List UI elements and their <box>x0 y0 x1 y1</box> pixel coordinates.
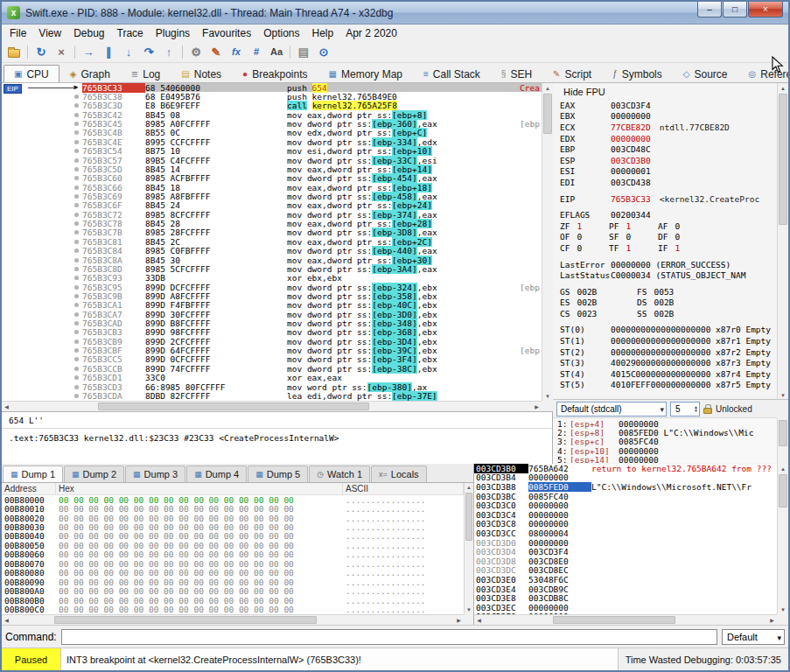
tab-memory-map[interactable]: ▦Memory Map <box>318 65 413 82</box>
stack-row[interactable]: 003CD3D4003CD3F4 <box>474 547 777 556</box>
stack-row[interactable]: 003CD3CC08000004 <box>474 528 777 538</box>
dump-row[interactable]: 00B8002000 00 00 00 00 00 00 00 00 00 00… <box>2 514 464 522</box>
stack-row[interactable]: 003CD3EC00000000 <box>474 603 777 612</box>
register-row[interactable]: EAX003CD3F4 <box>560 100 788 111</box>
menu-item-plugins[interactable]: Plugins <box>150 25 196 41</box>
breakpoint-gutter[interactable] <box>70 337 82 346</box>
arg-count-spinner[interactable]: 5 ▲▼ <box>670 402 700 416</box>
breakpoint-gutter[interactable] <box>70 164 82 173</box>
stack-row[interactable]: 003CD3C000000000 <box>474 500 777 510</box>
register-row[interactable]: ESI00000001 <box>560 166 788 178</box>
disasm-row[interactable]: 765B3C728985 8CFCFFFFmov dword ptr ss:[e… <box>2 210 542 219</box>
lock-icon[interactable] <box>703 408 712 414</box>
scrollbar-thumb[interactable] <box>779 94 787 225</box>
memory-book-icon[interactable]: ▤ <box>294 44 313 61</box>
disasm-row[interactable]: 765B3C788B45 28mov eax,dword ptr ss:[ebp… <box>2 219 542 228</box>
dump-row[interactable]: 00B8001000 00 00 00 00 00 00 00 00 00 00… <box>2 504 464 513</box>
breakpoint-gutter[interactable] <box>70 328 82 337</box>
close-debuggee-icon[interactable]: × <box>52 44 71 61</box>
disasm-row[interactable]: 765B3C668B45 18mov eax,dword ptr ss:[ebp… <box>2 183 542 192</box>
register-row[interactable]: EFLAGS00200344 <box>560 209 788 220</box>
register-row[interactable]: CF0TF1IF1 <box>560 242 788 254</box>
scrollbar-thumb[interactable] <box>553 616 675 624</box>
breakpoint-gutter[interactable] <box>70 174 82 183</box>
breakpoint-gutter[interactable] <box>70 264 82 273</box>
spinner-arrows-icon[interactable]: ▲▼ <box>694 405 699 412</box>
breakpoint-gutter[interactable] <box>70 346 82 354</box>
tab-symbols[interactable]: ƒSymbols <box>602 65 673 82</box>
tab-log[interactable]: ≣Log <box>121 65 171 82</box>
scrollbar-thumb[interactable] <box>543 94 552 134</box>
arguments-pane[interactable]: Default (stdcall) 5 ▲▼ Unlocked 1:[esp+4… <box>553 400 788 464</box>
stack-horizontal-scrollbar[interactable]: ◀ ▶ <box>474 614 777 625</box>
register-row[interactable]: ST(5)4010FEFF000000000000 x87r5 Empty <box>560 380 788 391</box>
tab-call-stack[interactable]: ≡Call Stack <box>413 65 491 82</box>
menu-item-help[interactable]: Help <box>306 25 340 41</box>
disasm-row[interactable]: 765B3C3868 E0495B76push kernel32.765B49E… <box>2 92 542 101</box>
scrollbar-thumb[interactable] <box>779 474 787 508</box>
command-input[interactable] <box>61 629 717 645</box>
menu-item-debug[interactable]: Debug <box>67 25 110 41</box>
register-row[interactable]: ST(4)4015C000000000000000 x87r4 Empty <box>560 368 788 380</box>
disasm-row[interactable]: ▶765B3C3368 54060000push 654Crea <box>2 83 542 92</box>
patch-hash-icon[interactable]: # <box>247 44 266 61</box>
disasm-row[interactable]: 765B3CCB899D 74FCFFFFmov dword ptr ss:[e… <box>2 364 542 373</box>
disasm-row[interactable]: 765B3C3DE8 B6E9FEFFcall kernel32.765A25F… <box>2 102 542 110</box>
disasm-row[interactable]: 765B3C4E8995 CCFCFFFFmov dword ptr ss:[e… <box>2 137 542 146</box>
tab-locals[interactable]: x=Locals <box>371 466 427 482</box>
stack-row[interactable]: 003CD3D8003CD8E0 <box>474 556 777 566</box>
dump-horizontal-scrollbar[interactable]: ◀ ▶ <box>2 614 464 625</box>
disasm-row[interactable]: 765B3CBF899D 64FCFFFFmov dword ptr ss:[e… <box>2 346 542 354</box>
breakpoint-gutter[interactable] <box>70 364 82 373</box>
disasm-row[interactable]: 765B3C608985 ACFBFFFFmov dword ptr ss:[e… <box>2 174 542 183</box>
register-row[interactable]: EDI003CD438 <box>560 177 788 188</box>
scroll-up-icon[interactable]: ▲ <box>778 464 788 473</box>
tab-dump-1[interactable]: ▦Dump 1 <box>3 466 63 482</box>
command-profile-select[interactable]: Default <box>722 629 785 645</box>
disasm-horizontal-scrollbar[interactable]: ◀ ▶ <box>2 401 542 411</box>
menu-item-apr-2-2020[interactable]: Apr 2 2020 <box>339 25 403 41</box>
dump-row[interactable]: 00B8006000 00 00 00 00 00 00 00 00 00 00… <box>2 550 464 559</box>
tab-seh[interactable]: §SEH <box>491 65 542 82</box>
tab-dump-3[interactable]: ▦Dump 3 <box>125 466 185 482</box>
breakpoint-gutter[interactable] <box>70 301 82 310</box>
scrollbar-thumb[interactable] <box>465 493 472 541</box>
register-row[interactable]: LastStatusC0000034 (STATUS_OBJECT_NAM <box>560 270 788 281</box>
breakpoint-gutter[interactable] <box>70 192 82 200</box>
scroll-left-icon[interactable]: ◀ <box>474 615 484 625</box>
tab-source[interactable]: ◇Source <box>673 65 738 82</box>
scroll-up-icon[interactable]: ▲ <box>542 83 553 93</box>
highlight-pencil-icon[interactable]: ✎ <box>206 44 226 61</box>
tab-notes[interactable]: ▤Notes <box>171 65 232 82</box>
breakpoint-gutter[interactable] <box>70 201 82 210</box>
menu-item-file[interactable]: File <box>3 25 32 41</box>
restart-icon[interactable]: ↻ <box>31 44 51 61</box>
close-button[interactable]: × <box>748 2 783 18</box>
scroll-up-icon[interactable]: ▲ <box>778 83 788 93</box>
disasm-row[interactable]: 765B3C698985 A8FBFFFFmov dword ptr ss:[e… <box>2 192 542 200</box>
minimize-button[interactable]: – <box>697 2 722 18</box>
stack-row[interactable]: 003CD3DC003CD8EC <box>474 566 777 576</box>
disasm-row[interactable]: 765B3C6F8B45 24mov eax,dword ptr ss:[ebp… <box>2 201 542 210</box>
title-bar[interactable]: x Swift.exe - PID: 888 - Module: kernel3… <box>2 2 788 24</box>
tab-script[interactable]: ✎Script <box>542 65 602 82</box>
scroll-down-icon[interactable]: ▼ <box>465 606 473 614</box>
tab-cpu[interactable]: ▣CPU <box>3 65 59 82</box>
register-row[interactable]: EBX00000000 <box>560 111 788 122</box>
arguments-vertical-scrollbar[interactable] <box>777 418 788 464</box>
dump-vertical-scrollbar[interactable]: ▲ ▼ <box>464 483 473 614</box>
dump-row[interactable]: 00B8008000 00 00 00 00 00 00 00 00 00 00… <box>2 569 464 578</box>
tab-watch-1[interactable]: ◷Watch 1 <box>309 466 370 482</box>
register-row[interactable]: EIP765B3C33<kernel32.CreateProc <box>560 193 788 205</box>
scroll-left-icon[interactable]: ◀ <box>2 402 11 411</box>
calling-convention-select[interactable]: Default (stdcall) <box>556 402 667 416</box>
dump-row[interactable]: 00B800C000 00 00 00 00 00 00 00 00 00 00… <box>2 605 464 613</box>
assemble-fx-icon[interactable]: fx <box>227 44 246 61</box>
disasm-row[interactable]: 765B3C7B8985 28FCFFFFmov dword ptr ss:[e… <box>2 228 542 237</box>
disasm-row[interactable]: 765B3C848985 C0FBFFFFmov dword ptr ss:[e… <box>2 246 542 255</box>
breakpoint-gutter[interactable] <box>70 246 82 255</box>
register-row[interactable]: ST(2)00000000000000000000 x87r2 Empty <box>560 346 788 358</box>
breakpoint-gutter[interactable] <box>70 156 82 164</box>
breakpoint-gutter[interactable] <box>70 355 82 364</box>
argument-row[interactable]: 5:[esp+14]00000000 <box>557 455 777 463</box>
